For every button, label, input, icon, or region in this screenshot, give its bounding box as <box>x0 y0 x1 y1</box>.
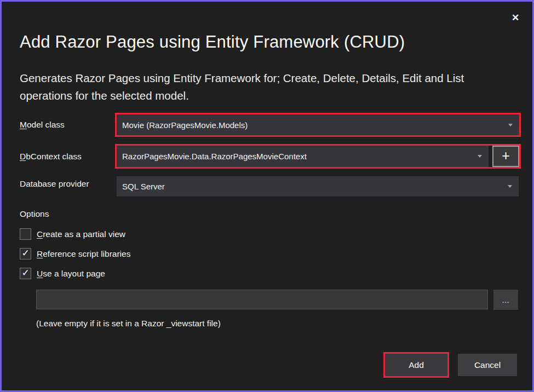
check-icon: ✓ <box>21 248 29 258</box>
create-partial-view-accesskey: C <box>37 229 43 239</box>
chevron-down-icon <box>508 185 512 188</box>
database-provider-dropdown[interactable]: SQL Server <box>117 176 519 197</box>
use-layout-page-label: Use a layout page <box>37 269 105 279</box>
model-class-dropdown[interactable]: Movie (RazorPagesMovie.Models) <box>117 114 519 135</box>
reference-script-libraries-accesskey: R <box>37 249 43 258</box>
dbcontext-class-label: DbContext class <box>20 152 82 162</box>
add-button[interactable]: Add <box>385 354 447 376</box>
create-partial-view-label: Create as a partial view <box>37 229 125 239</box>
reference-script-libraries-checkbox[interactable]: ✓ <box>20 248 31 260</box>
add-dbcontext-button[interactable]: + <box>492 146 519 167</box>
use-layout-page-accesskey: U <box>37 269 43 278</box>
create-partial-view-rest: reate as a partial view <box>43 229 125 239</box>
use-layout-page-rest: se a layout page <box>43 269 105 278</box>
cancel-button[interactable]: Cancel <box>458 354 517 376</box>
close-button[interactable]: ✕ <box>507 9 524 26</box>
add-razor-pages-dialog: ✕ Add Razor Pages using Entity Framework… <box>0 0 534 392</box>
browse-button[interactable]: … <box>493 290 518 310</box>
check-icon: ✓ <box>21 268 29 278</box>
model-class-highlight: Movie (RazorPagesMovie.Models) <box>115 113 521 137</box>
dbcontext-class-dropdown[interactable]: RazorPagesMovie.Data.RazorPagesMovieCont… <box>117 146 489 167</box>
add-button-highlight: Add <box>383 352 449 378</box>
database-provider-label: Database provider <box>20 179 89 189</box>
model-class-value: Movie (RazorPagesMovie.Models) <box>122 120 508 130</box>
reference-script-libraries-rest: eference script libraries <box>43 249 130 258</box>
create-partial-view-checkbox[interactable] <box>20 228 31 240</box>
options-label: Options <box>20 209 49 219</box>
dbcontext-class-label-rest: bContext class <box>26 152 82 161</box>
chevron-down-icon <box>508 124 513 126</box>
dbcontext-class-label-accesskey: D <box>20 152 26 161</box>
layout-page-input[interactable] <box>36 290 488 309</box>
model-class-label: Model class <box>20 120 65 130</box>
dialog-description: Generates Razor Pages using Entity Frame… <box>20 70 519 105</box>
ellipsis-icon: … <box>502 296 510 304</box>
reference-script-libraries-label: Reference script libraries <box>37 249 130 259</box>
close-icon: ✕ <box>512 12 519 24</box>
model-class-label-accesskey: M <box>20 120 27 129</box>
dbcontext-class-highlight: RazorPagesMovie.Data.RazorPagesMovieCont… <box>115 144 521 169</box>
chevron-down-icon <box>478 155 482 158</box>
dbcontext-class-value: RazorPagesMovie.Data.RazorPagesMovieCont… <box>122 152 478 161</box>
layout-page-hint: (Leave empty if it is set in a Razor _vi… <box>36 319 221 328</box>
use-layout-page-checkbox[interactable]: ✓ <box>20 268 31 279</box>
page-title: Add Razor Pages using Entity Framework (… <box>20 32 405 52</box>
database-provider-value: SQL Server <box>122 182 508 191</box>
plus-icon: + <box>502 149 510 163</box>
model-class-label-rest: odel class <box>27 120 65 129</box>
